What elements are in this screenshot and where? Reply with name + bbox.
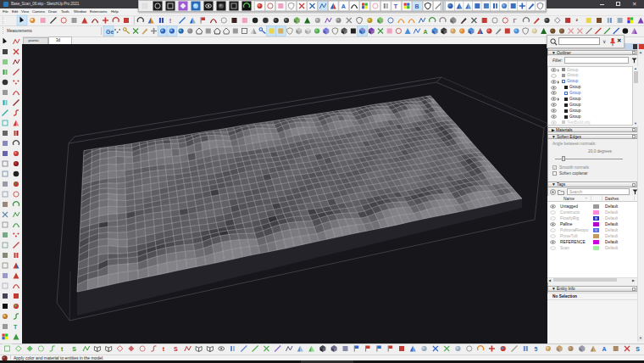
svg-text:t: t — [163, 346, 165, 352]
svg-text:S: S — [636, 346, 640, 352]
svg-text:5: 5 — [535, 346, 538, 352]
svg-text:S: S — [174, 346, 178, 352]
svg-text:t: t — [61, 346, 64, 352]
svg-text:S: S — [72, 346, 76, 352]
svg-text:A: A — [602, 346, 606, 352]
